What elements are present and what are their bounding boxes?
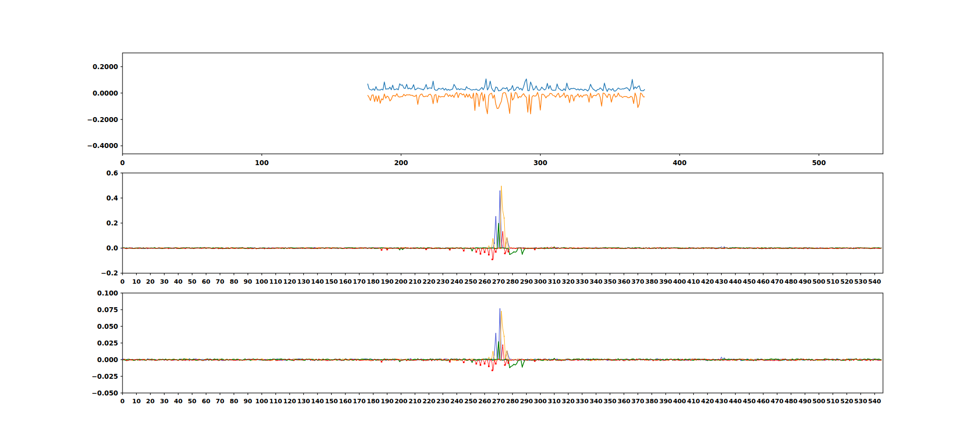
x-tick-label: 300 — [534, 278, 547, 285]
point-marker — [710, 360, 711, 361]
figure-svg: 01002003004005000.20000.0000−0.2000−0.40… — [0, 0, 980, 441]
point-marker — [661, 248, 662, 249]
point-marker — [596, 360, 597, 361]
point-marker — [540, 359, 541, 360]
point-marker — [310, 359, 311, 360]
red-tip-marker — [387, 249, 388, 250]
point-marker — [740, 360, 741, 361]
point-marker — [231, 359, 232, 360]
y-tick-label: −0.025 — [92, 372, 118, 380]
point-marker — [185, 248, 186, 249]
point-marker — [722, 359, 723, 360]
point-marker — [791, 360, 792, 361]
point-marker — [200, 247, 201, 248]
point-marker — [669, 248, 670, 249]
x-tick-label: 190 — [381, 397, 394, 405]
x-tick-label: 380 — [645, 278, 659, 285]
point-marker — [536, 247, 537, 248]
point-marker — [578, 360, 579, 361]
point-marker — [644, 360, 645, 361]
x-tick-label: 290 — [520, 278, 533, 285]
point-marker — [473, 247, 474, 248]
point-marker — [694, 359, 695, 360]
point-marker — [495, 360, 496, 361]
point-marker — [770, 360, 771, 361]
x-tick-label: 470 — [771, 278, 784, 285]
x-tick-label: 530 — [854, 278, 867, 285]
x-tick-label: 180 — [367, 397, 380, 405]
x-tick-label: 350 — [604, 278, 617, 285]
x-tick-label: 450 — [743, 397, 756, 405]
x-tick-label: 380 — [645, 397, 659, 405]
x-tick-label: 150 — [325, 278, 338, 285]
x-tick-label: 300 — [534, 397, 547, 405]
x-tick-label: 490 — [799, 397, 812, 405]
point-marker — [281, 247, 282, 248]
point-marker — [593, 359, 594, 360]
point-marker — [853, 360, 854, 361]
point-marker — [862, 360, 863, 361]
point-marker — [284, 248, 285, 249]
point-marker — [611, 248, 612, 249]
x-tick-label: 250 — [464, 397, 477, 405]
point-marker — [406, 247, 407, 248]
x-tick-label: 190 — [381, 278, 394, 285]
red-tip-marker — [484, 251, 485, 253]
x-tick-label: 270 — [492, 397, 505, 405]
point-marker — [235, 360, 236, 361]
point-marker — [430, 359, 431, 360]
series-chan-red — [122, 345, 882, 370]
point-marker — [532, 248, 533, 249]
point-marker — [778, 360, 779, 361]
y-tick-label: 0.6 — [106, 169, 118, 177]
series-line-orange — [368, 93, 645, 114]
point-marker — [874, 248, 875, 249]
x-tick-label: 280 — [506, 397, 519, 405]
point-marker — [824, 248, 825, 249]
point-marker — [522, 254, 523, 255]
point-marker — [469, 359, 470, 360]
x-tick-label: 90 — [244, 397, 252, 405]
point-marker — [761, 359, 762, 360]
x-tick-label: 370 — [632, 278, 645, 285]
point-marker — [275, 359, 276, 360]
point-marker — [858, 248, 858, 249]
x-tick-label: 250 — [464, 278, 477, 285]
point-marker — [147, 248, 148, 249]
point-marker — [761, 248, 762, 249]
x-tick-label: 320 — [562, 397, 575, 405]
y-tick-label: 0.000 — [97, 356, 118, 364]
x-tick-label: 320 — [562, 278, 575, 285]
point-marker — [544, 248, 545, 249]
point-marker — [494, 360, 495, 361]
point-marker — [390, 359, 391, 360]
red-tip-marker — [495, 251, 496, 252]
point-marker — [569, 360, 570, 361]
point-marker — [573, 360, 574, 361]
point-marker — [519, 359, 520, 360]
red-tip-marker — [463, 250, 465, 251]
point-marker — [511, 360, 512, 361]
point-marker — [423, 360, 424, 361]
red-tip-marker — [381, 249, 382, 250]
point-marker — [557, 248, 558, 249]
point-marker — [415, 247, 416, 248]
point-marker — [277, 247, 278, 248]
point-marker — [828, 248, 829, 249]
y-tick-label: 0.025 — [97, 339, 118, 347]
x-tick-label: 140 — [311, 397, 324, 405]
point-marker — [573, 247, 574, 248]
point-marker — [385, 248, 386, 249]
point-marker — [639, 247, 640, 248]
x-tick-label: 30 — [160, 397, 169, 405]
red-tip-marker — [491, 259, 493, 260]
x-tick-label: 220 — [422, 278, 436, 285]
point-marker — [431, 247, 432, 248]
x-tick-label: 350 — [604, 397, 617, 405]
x-tick-label: 20 — [146, 397, 155, 405]
x-tick-label: 420 — [701, 397, 714, 405]
x-tick-label: 120 — [283, 278, 296, 285]
red-tip-marker — [491, 369, 493, 371]
markers-chan-orange — [123, 336, 881, 361]
red-tip-marker — [488, 366, 490, 367]
